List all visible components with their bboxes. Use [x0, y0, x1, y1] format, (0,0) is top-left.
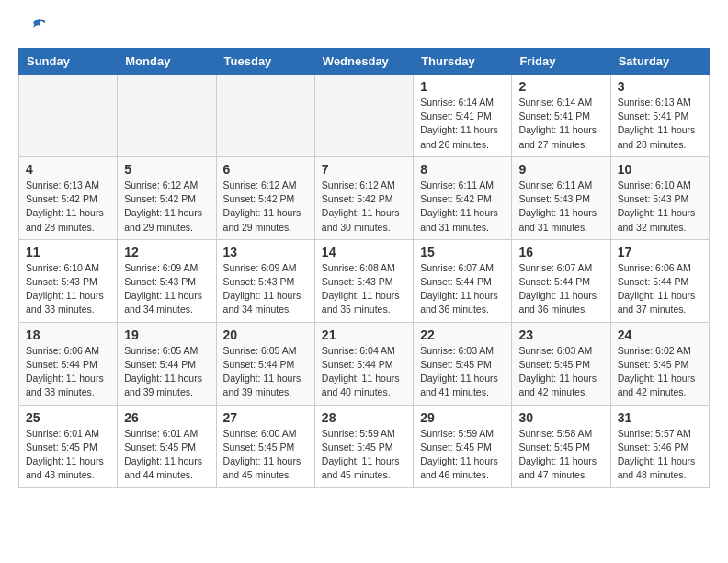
calendar-cell [118, 75, 216, 157]
day-number: 28 [322, 410, 406, 425]
day-info: Sunrise: 6:08 AM Sunset: 5:43 PM Dayligh… [322, 261, 406, 317]
calendar-cell: 10Sunrise: 6:10 AM Sunset: 5:43 PM Dayli… [610, 156, 709, 239]
day-info: Sunrise: 6:03 AM Sunset: 5:45 PM Dayligh… [518, 344, 603, 400]
calendar-cell: 3Sunrise: 6:13 AM Sunset: 5:41 PM Daylig… [610, 75, 709, 157]
calendar-cell: 22Sunrise: 6:03 AM Sunset: 5:45 PM Dayli… [414, 322, 512, 405]
calendar-cell: 5Sunrise: 6:12 AM Sunset: 5:42 PM Daylig… [118, 156, 216, 239]
calendar-table: SundayMondayTuesdayWednesdayThursdayFrid… [18, 48, 710, 488]
day-info: Sunrise: 6:00 AM Sunset: 5:45 PM Dayligh… [223, 427, 308, 483]
calendar-cell: 2Sunrise: 6:14 AM Sunset: 5:41 PM Daylig… [512, 75, 610, 157]
header-tuesday: Tuesday [216, 49, 314, 75]
header-sunday: Sunday [19, 49, 118, 75]
day-number: 29 [420, 410, 505, 425]
day-number: 12 [124, 245, 209, 259]
day-number: 11 [26, 245, 110, 259]
day-number: 31 [618, 410, 702, 425]
day-number: 20 [223, 327, 308, 342]
day-info: Sunrise: 6:11 AM Sunset: 5:43 PM Dayligh… [518, 178, 603, 235]
calendar-cell: 19Sunrise: 6:05 AM Sunset: 5:44 PM Dayli… [118, 322, 216, 405]
day-number: 18 [26, 327, 110, 342]
calendar-week-5: 25Sunrise: 6:01 AM Sunset: 5:45 PM Dayli… [19, 405, 710, 488]
day-info: Sunrise: 6:01 AM Sunset: 5:45 PM Dayligh… [26, 427, 110, 483]
day-info: Sunrise: 6:10 AM Sunset: 5:43 PM Dayligh… [618, 178, 702, 235]
day-number: 3 [618, 79, 702, 94]
logo-bird-icon [20, 18, 46, 39]
day-info: Sunrise: 6:12 AM Sunset: 5:42 PM Dayligh… [223, 178, 308, 235]
day-number: 30 [518, 410, 603, 425]
day-info: Sunrise: 6:07 AM Sunset: 5:44 PM Dayligh… [518, 261, 603, 317]
calendar-cell: 8Sunrise: 6:11 AM Sunset: 5:42 PM Daylig… [414, 156, 512, 239]
calendar-cell [314, 75, 413, 157]
day-number: 14 [322, 245, 406, 259]
calendar-cell: 30Sunrise: 5:58 AM Sunset: 5:45 PM Dayli… [512, 405, 610, 488]
day-info: Sunrise: 6:11 AM Sunset: 5:42 PM Dayligh… [420, 178, 505, 235]
page-header [18, 18, 710, 39]
calendar-cell: 28Sunrise: 5:59 AM Sunset: 5:45 PM Dayli… [314, 405, 413, 488]
day-number: 5 [124, 162, 209, 177]
logo [18, 18, 46, 39]
day-number: 25 [26, 410, 110, 425]
day-number: 9 [518, 162, 603, 177]
day-info: Sunrise: 5:57 AM Sunset: 5:46 PM Dayligh… [618, 427, 702, 483]
calendar-cell [216, 75, 314, 157]
day-number: 15 [420, 245, 505, 259]
calendar-cell: 6Sunrise: 6:12 AM Sunset: 5:42 PM Daylig… [216, 156, 314, 239]
day-number: 7 [322, 162, 406, 177]
calendar-cell: 23Sunrise: 6:03 AM Sunset: 5:45 PM Dayli… [512, 322, 610, 405]
calendar-cell: 15Sunrise: 6:07 AM Sunset: 5:44 PM Dayli… [414, 239, 512, 322]
header-thursday: Thursday [414, 49, 512, 75]
calendar-cell: 25Sunrise: 6:01 AM Sunset: 5:45 PM Dayli… [19, 405, 118, 488]
calendar-cell: 13Sunrise: 6:09 AM Sunset: 5:43 PM Dayli… [216, 239, 314, 322]
calendar-cell: 14Sunrise: 6:08 AM Sunset: 5:43 PM Dayli… [314, 239, 413, 322]
day-number: 10 [618, 162, 702, 177]
day-info: Sunrise: 6:05 AM Sunset: 5:44 PM Dayligh… [124, 344, 209, 400]
day-number: 2 [518, 79, 603, 94]
day-info: Sunrise: 5:59 AM Sunset: 5:45 PM Dayligh… [322, 427, 406, 483]
calendar-week-3: 11Sunrise: 6:10 AM Sunset: 5:43 PM Dayli… [19, 239, 710, 322]
day-info: Sunrise: 6:05 AM Sunset: 5:44 PM Dayligh… [223, 344, 308, 400]
calendar-cell: 4Sunrise: 6:13 AM Sunset: 5:42 PM Daylig… [19, 156, 118, 239]
calendar-cell: 17Sunrise: 6:06 AM Sunset: 5:44 PM Dayli… [610, 239, 709, 322]
day-info: Sunrise: 6:14 AM Sunset: 5:41 PM Dayligh… [420, 96, 505, 152]
calendar-cell: 12Sunrise: 6:09 AM Sunset: 5:43 PM Dayli… [118, 239, 216, 322]
day-number: 17 [618, 245, 702, 259]
day-info: Sunrise: 6:02 AM Sunset: 5:45 PM Dayligh… [618, 344, 702, 400]
day-number: 19 [124, 327, 209, 342]
day-number: 27 [223, 410, 308, 425]
day-number: 4 [26, 162, 110, 177]
calendar-cell: 31Sunrise: 5:57 AM Sunset: 5:46 PM Dayli… [610, 405, 709, 488]
calendar-cell [19, 75, 118, 157]
day-info: Sunrise: 6:03 AM Sunset: 5:45 PM Dayligh… [420, 344, 505, 400]
calendar-week-2: 4Sunrise: 6:13 AM Sunset: 5:42 PM Daylig… [19, 156, 710, 239]
day-number: 23 [518, 327, 603, 342]
day-info: Sunrise: 6:13 AM Sunset: 5:41 PM Dayligh… [618, 96, 702, 152]
day-number: 26 [124, 410, 209, 425]
calendar-week-1: 1Sunrise: 6:14 AM Sunset: 5:41 PM Daylig… [19, 75, 710, 157]
calendar-cell: 16Sunrise: 6:07 AM Sunset: 5:44 PM Dayli… [512, 239, 610, 322]
day-info: Sunrise: 6:12 AM Sunset: 5:42 PM Dayligh… [124, 178, 209, 235]
calendar-cell: 24Sunrise: 6:02 AM Sunset: 5:45 PM Dayli… [610, 322, 709, 405]
day-info: Sunrise: 6:01 AM Sunset: 5:45 PM Dayligh… [124, 427, 209, 483]
day-info: Sunrise: 5:59 AM Sunset: 5:45 PM Dayligh… [420, 427, 505, 483]
day-info: Sunrise: 6:06 AM Sunset: 5:44 PM Dayligh… [618, 261, 702, 317]
day-number: 24 [618, 327, 702, 342]
calendar-cell: 18Sunrise: 6:06 AM Sunset: 5:44 PM Dayli… [19, 322, 118, 405]
day-number: 1 [420, 79, 505, 94]
calendar-cell: 20Sunrise: 6:05 AM Sunset: 5:44 PM Dayli… [216, 322, 314, 405]
calendar-cell: 1Sunrise: 6:14 AM Sunset: 5:41 PM Daylig… [414, 75, 512, 157]
day-info: Sunrise: 6:04 AM Sunset: 5:44 PM Dayligh… [322, 344, 406, 400]
header-saturday: Saturday [610, 49, 709, 75]
day-number: 6 [223, 162, 308, 177]
day-info: Sunrise: 6:10 AM Sunset: 5:43 PM Dayligh… [26, 261, 110, 317]
calendar-cell: 7Sunrise: 6:12 AM Sunset: 5:42 PM Daylig… [314, 156, 413, 239]
calendar-cell: 21Sunrise: 6:04 AM Sunset: 5:44 PM Dayli… [314, 322, 413, 405]
day-info: Sunrise: 6:09 AM Sunset: 5:43 PM Dayligh… [223, 261, 308, 317]
day-number: 22 [420, 327, 505, 342]
day-info: Sunrise: 6:13 AM Sunset: 5:42 PM Dayligh… [26, 178, 110, 235]
day-info: Sunrise: 6:12 AM Sunset: 5:42 PM Dayligh… [322, 178, 406, 235]
calendar-cell: 11Sunrise: 6:10 AM Sunset: 5:43 PM Dayli… [19, 239, 118, 322]
day-info: Sunrise: 6:14 AM Sunset: 5:41 PM Dayligh… [518, 96, 603, 152]
day-info: Sunrise: 5:58 AM Sunset: 5:45 PM Dayligh… [518, 427, 603, 483]
day-number: 8 [420, 162, 505, 177]
header-monday: Monday [118, 49, 216, 75]
